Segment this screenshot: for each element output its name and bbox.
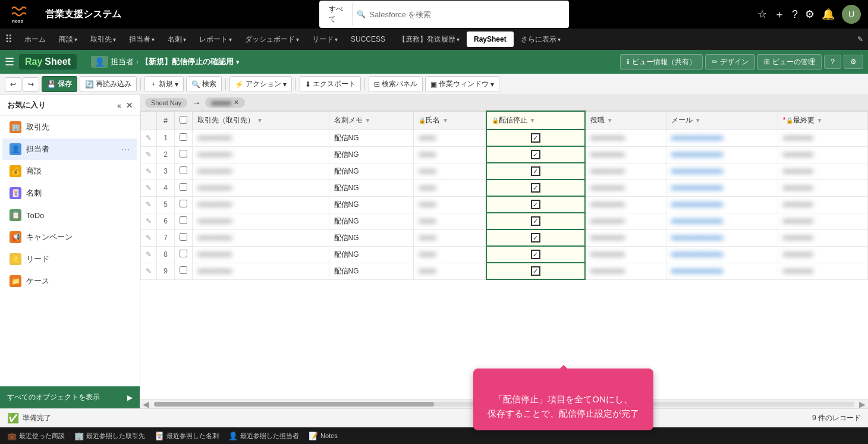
haishin-checkbox[interactable] [531,250,540,259]
haishin-cell[interactable] [486,130,585,146]
redo-btn[interactable]: ↪ [23,77,39,92]
bottom-shodan[interactable]: 💼 最近使った商談 [7,432,65,440]
edit-cell[interactable]: ✎ [141,180,157,196]
nav-lead[interactable]: リード▾ [306,31,344,48]
row-checkbox[interactable] [180,233,187,241]
design-btn[interactable]: ✏ デザイン [705,54,755,70]
sidebar-item-名刺[interactable]: 🃏 名刺 [2,182,137,204]
nav-raysheet[interactable]: RaySheet [467,32,514,47]
edit-nav-icon[interactable]: ✎ [857,35,863,43]
filter-close-icon[interactable]: ✕ [234,99,239,106]
grid-icon[interactable]: ⠿ [5,33,12,46]
col-check-header[interactable] [175,111,193,130]
help-icon[interactable]: ? [792,8,798,21]
haishin-cell[interactable] [486,263,585,279]
scroll-thumb[interactable] [154,402,434,407]
sidebar-item-商談[interactable]: 💰 商談 [2,160,137,182]
avatar[interactable]: U [842,5,861,24]
haishin-cell[interactable] [486,163,585,180]
edit-cell[interactable]: ✎ [141,263,157,279]
nav-success[interactable]: SUCCESS [345,32,391,47]
col-mail-header[interactable]: メール▼ [666,111,778,130]
bell-icon[interactable]: 🔔 [822,8,835,21]
haishin-checkbox[interactable] [531,133,540,143]
settings-icon[interactable]: ⚙ [805,8,814,21]
lastmod-filter-icon[interactable]: ▼ [817,117,823,124]
bottom-torihiki[interactable]: 🏢 最近参照した取引先 [74,432,145,440]
edit-cell[interactable]: ✎ [141,229,157,246]
row-checkbox-cell[interactable] [175,263,193,279]
work-window-btn[interactable]: ▣ 作業ウィンドウ ▾ [425,76,499,92]
select-all-checkbox[interactable] [180,116,187,124]
bottom-meishi[interactable]: 🃏 最近参照した名刺 [155,432,219,440]
col-meishi-header[interactable]: 名刺メモ▼ [329,111,414,130]
row-checkbox-cell[interactable] [175,180,193,196]
row-checkbox-cell[interactable] [175,229,193,246]
more-icon[interactable]: ⋯ [121,144,130,155]
show-all-btn[interactable]: すべてのオブジェクトを表示 ▶ [0,386,140,408]
row-checkbox-cell[interactable] [175,213,193,229]
undo-btn[interactable]: ↩ [5,77,21,92]
reload-btn[interactable]: 🔄 再読み込み [80,76,137,92]
haishin-checkbox[interactable] [531,166,540,176]
manage-view-btn[interactable]: ⊞ ビューの管理 [757,54,822,70]
haishin-cell[interactable] [486,213,585,229]
col-lastmod-header[interactable]: *🔒最終更▼ [778,111,867,130]
nav-somu[interactable]: 【庶務】発送履歴▾ [392,31,466,48]
nav-report[interactable]: レポート▾ [193,31,238,48]
settings-btn[interactable]: ⚙ [844,55,863,69]
row-checkbox-cell[interactable] [175,130,193,146]
view-info-btn[interactable]: ℹ ビュー情報（共有） [620,54,703,70]
haishin-cell[interactable] [486,180,585,196]
breadcrumb-dropdown-icon[interactable]: ▾ [236,58,240,66]
haishin-filter-icon[interactable]: ▼ [530,117,536,124]
col-yakushoku-header[interactable]: 役職▼ [585,111,666,130]
haishin-checkbox[interactable] [531,233,540,243]
search-scope[interactable]: すべて [325,3,353,26]
sidebar-item-担当者[interactable]: 👤 担当者 ⋯ [2,138,137,160]
row-checkbox[interactable] [180,200,187,207]
close-icon[interactable]: ✕ [126,101,133,110]
nav-dashboard[interactable]: ダッシュボード▾ [239,31,305,48]
add-icon[interactable]: ＋ [774,7,785,21]
row-checkbox-cell[interactable] [175,246,193,263]
scroll-left-icon[interactable]: ◀ [140,399,152,409]
col-name-header[interactable]: 🔒氏名▼ [414,111,486,130]
row-checkbox[interactable] [180,250,187,257]
edit-cell[interactable]: ✎ [141,246,157,263]
search-panel-btn[interactable]: ⊟ 検索パネル [369,76,423,92]
export-btn[interactable]: ⬇ エクスポート [300,76,361,92]
nav-home[interactable]: ホーム [18,31,52,48]
sidebar-item-ToDo[interactable]: 📋 ToDo [2,204,137,226]
haishin-checkbox[interactable] [531,266,540,276]
sidebar-item-キャンペーン[interactable]: 📢 キャンペーン [2,226,137,248]
col-torihiki-header[interactable]: 取引先（取引先）▼ [193,111,329,130]
haishin-cell[interactable] [486,196,585,213]
edit-cell[interactable]: ✎ [141,196,157,213]
help-btn[interactable]: ? [824,55,841,69]
row-checkbox[interactable] [180,183,187,191]
sidebar-item-リード[interactable]: ⭐ リード [2,248,137,270]
torihiki-filter-icon[interactable]: ▼ [257,117,263,124]
haishin-cell[interactable] [486,229,585,246]
haishin-cell[interactable] [486,246,585,263]
save-btn[interactable]: 💾 保存 [42,76,77,92]
search-input[interactable] [369,10,563,19]
row-checkbox[interactable] [180,216,187,224]
nav-meishi[interactable]: 名刺▾ [162,31,192,48]
sidebar-item-ケース[interactable]: 📁 ケース [2,270,137,292]
edit-cell[interactable]: ✎ [141,146,157,163]
nav-tanto[interactable]: 担当者▾ [123,31,161,48]
bottom-notes[interactable]: 📝 Notes [309,432,338,440]
filter-arrow[interactable]: → [192,98,200,108]
haishin-checkbox[interactable] [531,216,540,226]
nav-shodan[interactable]: 商談▾ [53,31,83,48]
collapse-icon[interactable]: « [117,101,121,110]
haishin-cell[interactable] [486,146,585,163]
row-checkbox[interactable] [180,166,187,174]
nav-torihiki[interactable]: 取引先▾ [84,31,122,48]
sidebar-item-取引先[interactable]: 🏢 取引先 [2,116,137,138]
scroll-right-icon[interactable]: ▶ [857,399,868,409]
row-checkbox-cell[interactable] [175,163,193,180]
mail-filter-icon[interactable]: ▼ [695,117,701,124]
